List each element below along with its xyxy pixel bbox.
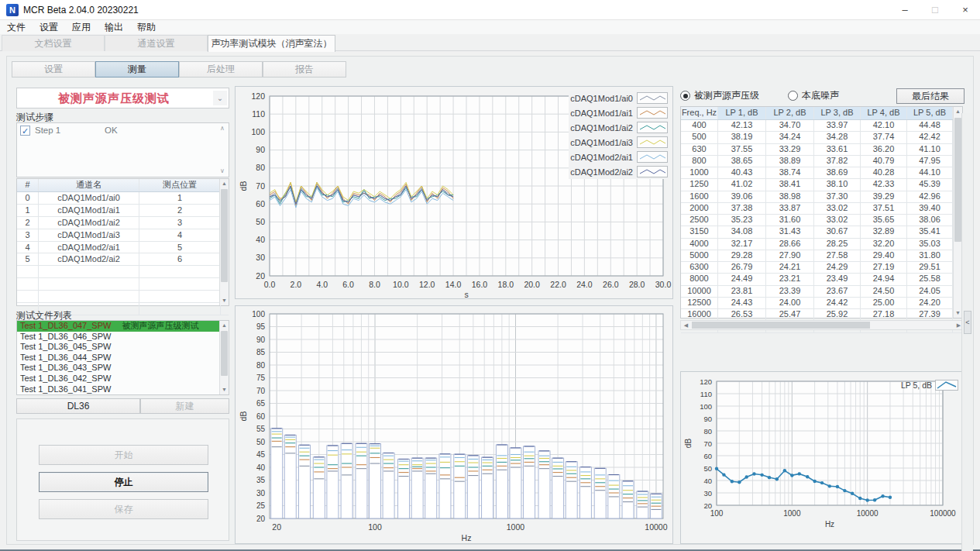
- cell: 2: [139, 205, 221, 216]
- cell: 44.10: [907, 167, 953, 178]
- sub-tab-0[interactable]: 设置: [12, 61, 95, 77]
- dl36-button[interactable]: DL36: [16, 398, 140, 414]
- table-row[interactable]: 125041.0238.4138.1042.3345.39: [681, 179, 962, 191]
- menu-item-帮助[interactable]: 帮助: [130, 20, 163, 35]
- main-tab-0[interactable]: 文档设置: [2, 35, 105, 51]
- collapse-panel-button[interactable]: <: [964, 311, 971, 334]
- minimize-button[interactable]: –: [892, 0, 918, 20]
- radio-unselected-icon: [788, 91, 798, 101]
- table-row[interactable]: 500029.2827.9027.5829.4031.80: [681, 250, 962, 262]
- legend-entry[interactable]: cDAQ1Mod2/ai2: [569, 164, 669, 179]
- main-tab-2[interactable]: 声功率测试模块（消声室法）: [208, 35, 335, 52]
- table-row[interactable]: 5cDAQ1Mod2/ai26: [17, 253, 229, 266]
- scroll-down-icon[interactable]: ▼: [220, 296, 229, 305]
- table-row[interactable]: 80038.6538.8937.8240.7947.95: [681, 156, 962, 167]
- table-row[interactable]: 1250024.4324.0024.4225.0024.20: [681, 298, 962, 309]
- table-row[interactable]: [17, 291, 229, 303]
- chevron-down-icon[interactable]: ⌄: [213, 91, 227, 105]
- file-list-item[interactable]: Test 1_DL36_041_SPW: [17, 384, 219, 394]
- table-row[interactable]: [17, 278, 229, 291]
- table-row[interactable]: 4cDAQ1Mod2/ai15: [17, 242, 229, 254]
- legend-entry[interactable]: cDAQ1Mod1/ai0: [569, 91, 669, 105]
- cell: 37.74: [861, 132, 907, 143]
- table-row[interactable]: 3cDAQ1Mod1/ai34: [17, 229, 229, 242]
- table-row[interactable]: 315034.0831.4330.6732.8935.41: [681, 226, 962, 238]
- main-tab-1[interactable]: 通道设置: [105, 35, 208, 51]
- file-list-scrollbar[interactable]: ▲ ▼: [219, 321, 229, 394]
- scroll-down-icon[interactable]: ▼: [220, 385, 229, 394]
- sub-tab-3[interactable]: 报告: [263, 61, 346, 77]
- window-title: MCR Beta 2.04.0 20230221: [23, 5, 139, 15]
- table-row[interactable]: 400032.1728.6628.2532.2035.03: [681, 239, 962, 250]
- maximize-button[interactable]: □: [922, 0, 948, 20]
- start-button[interactable]: 开始: [39, 445, 208, 465]
- step-row[interactable]: ✓Step 1OK: [17, 123, 229, 137]
- legend-entry[interactable]: cDAQ1Mod2/ai1: [569, 150, 669, 164]
- cell: 39.40: [907, 203, 953, 214]
- scroll-down-icon[interactable]: ∨: [217, 167, 228, 176]
- table-row[interactable]: 2cDAQ1Mod1/ai23: [17, 217, 229, 229]
- source-level-radio[interactable]: 被测声源声压级: [680, 89, 759, 102]
- sub-tab-2[interactable]: 后处理: [179, 61, 263, 77]
- cell: 26.53: [718, 309, 766, 320]
- table-row[interactable]: 800024.4923.2123.4924.9425.58: [681, 274, 962, 285]
- save-button[interactable]: 保存: [39, 499, 208, 519]
- cell: 28.66: [766, 239, 814, 250]
- test-type-combobox[interactable]: 被测声源声压级测试 ⌄: [16, 88, 229, 108]
- result-table-hscrollbar[interactable]: ◀ ▶: [680, 320, 965, 330]
- menu-item-输出[interactable]: 输出: [98, 20, 130, 35]
- file-list-item[interactable]: Test 1_DL36_045_SPW: [17, 342, 219, 353]
- background-noise-radio[interactable]: 本底噪声: [788, 89, 839, 102]
- file-name: Test 1_DL36_045_SPW: [20, 342, 111, 351]
- table-row[interactable]: [17, 266, 229, 278]
- cell: 23.67: [814, 286, 861, 297]
- new-button[interactable]: 新建: [140, 398, 229, 414]
- scroll-up-icon[interactable]: ∧: [217, 124, 228, 133]
- file-list-item[interactable]: Test 1_DL36_044_SPW: [17, 353, 219, 363]
- final-result-button[interactable]: 最后结果: [896, 88, 965, 104]
- scroll-up-icon[interactable]: ▲: [220, 179, 229, 188]
- cell: 23.81: [718, 286, 766, 297]
- table-row[interactable]: 1600026.5325.4725.9227.1827.39: [681, 309, 962, 321]
- checkbox-checked-icon[interactable]: ✓: [20, 126, 30, 136]
- file-list-item[interactable]: Test 1_DL36_042_SPW: [17, 374, 219, 384]
- menu-item-设置[interactable]: 设置: [33, 20, 65, 35]
- table-row[interactable]: 100040.4338.7438.6940.2844.10: [681, 167, 962, 179]
- channel-table-scrollbar[interactable]: ▲ ▼: [219, 179, 229, 305]
- table-row[interactable]: 160039.0638.9837.3039.2942.96: [681, 191, 962, 203]
- file-list-item[interactable]: Test 1_DL36_046_SPW: [17, 332, 219, 343]
- table-row[interactable]: 1000023.8123.3923.6724.5024.05: [681, 286, 962, 298]
- legend-line-sample-icon: [637, 92, 668, 104]
- stop-button[interactable]: 停止: [39, 472, 208, 492]
- close-button[interactable]: ×: [952, 0, 978, 20]
- cell: 39.29: [861, 191, 907, 202]
- menu-item-应用[interactable]: 应用: [65, 20, 98, 35]
- svg-text:20: 20: [272, 522, 281, 532]
- cell: 500: [681, 132, 718, 143]
- scroll-up-icon[interactable]: ▲: [220, 321, 229, 330]
- menu-item-文件[interactable]: 文件: [0, 20, 33, 35]
- table-row[interactable]: 630026.7924.2124.2927.1929.51: [681, 262, 962, 274]
- column-header: LP 4, dB: [861, 107, 907, 119]
- cell: 2500: [681, 215, 718, 226]
- lp5-spectrum-chart: 1001000100001000002030405060708090100110…: [681, 372, 965, 543]
- table-row[interactable]: 0cDAQ1Mod1/ai01: [17, 192, 229, 205]
- cell: 2: [17, 217, 39, 229]
- file-list-item[interactable]: Test 1_DL36_043_SPW: [17, 363, 219, 374]
- legend-entry[interactable]: cDAQ1Mod1/ai1: [569, 105, 669, 120]
- table-row[interactable]: 40042.1334.7033.9742.1044.48: [681, 120, 962, 132]
- table-row[interactable]: 200037.3833.8733.0237.5139.40: [681, 203, 962, 215]
- file-list-item[interactable]: Test 1_DL36_047_SPW被测声源声压级测试: [17, 321, 219, 332]
- table-row[interactable]: 1cDAQ1Mod1/ai12: [17, 205, 229, 217]
- lp5-legend-label: LP 5, dB: [901, 381, 932, 390]
- legend-entry[interactable]: cDAQ1Mod1/ai3: [569, 135, 669, 150]
- sub-tab-1[interactable]: 测量: [95, 61, 179, 77]
- table-row[interactable]: 50038.1934.2434.2837.7442.42: [681, 132, 962, 143]
- table-row[interactable]: 63037.5533.2933.6136.2041.10: [681, 144, 962, 156]
- cell: 35.03: [907, 239, 953, 250]
- cell: 41.10: [907, 144, 953, 155]
- scroll-left-icon[interactable]: ◀: [681, 321, 691, 329]
- cell: 31.60: [766, 215, 814, 226]
- legend-entry[interactable]: cDAQ1Mod1/ai2: [569, 120, 669, 135]
- table-row[interactable]: 250035.2331.6033.0235.6538.06: [681, 215, 962, 226]
